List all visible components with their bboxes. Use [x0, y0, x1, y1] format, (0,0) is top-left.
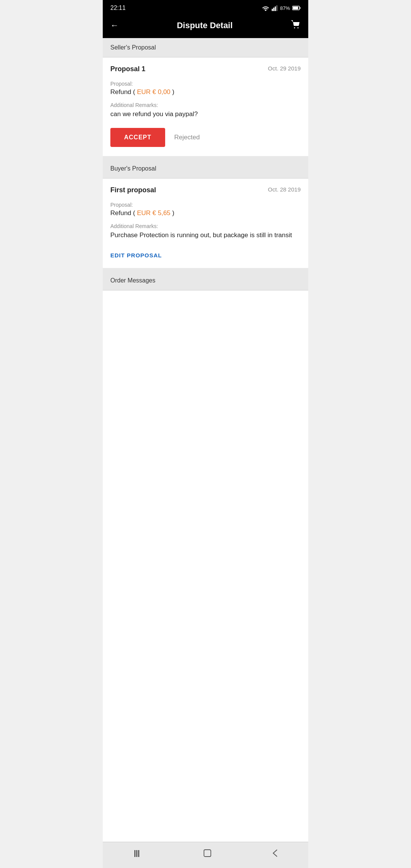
buyers-card-top-row: First proposal Oct. 28 2019 [110, 186, 301, 194]
status-bar: 22:11 87% [103, 0, 308, 14]
sellers-proposal-title: Proposal 1 [110, 65, 145, 73]
back-button[interactable]: ← [110, 21, 119, 30]
svg-rect-6 [293, 7, 298, 10]
nav-bar [103, 842, 308, 868]
svg-rect-10 [136, 850, 137, 857]
order-messages-content [103, 290, 308, 842]
sellers-proposal-amount: EUR € 0,00 [137, 88, 170, 96]
back-nav-button[interactable] [265, 847, 285, 861]
svg-rect-9 [134, 850, 135, 857]
buyers-proposal-amount: EUR € 5,65 [137, 209, 170, 217]
svg-rect-3 [276, 5, 277, 11]
rejected-text: Rejected [174, 134, 200, 141]
battery-percent: 87% [280, 5, 290, 11]
sellers-action-row: ACCEPT Rejected [110, 128, 301, 147]
svg-rect-0 [272, 9, 273, 11]
buyers-proposal-value: Refund ( EUR € 5,65 ) [110, 209, 301, 217]
sellers-proposal-card: Proposal 1 Oct. 29 2019 Proposal: Refund… [103, 57, 308, 156]
edit-proposal-button[interactable]: EDIT PROPOSAL [110, 252, 162, 258]
section-divider-1 [103, 156, 308, 159]
buyers-proposal-label: Proposal: [110, 202, 301, 208]
wifi-icon [262, 5, 269, 11]
page-title: Dispute Detail [177, 21, 233, 30]
svg-rect-11 [138, 850, 139, 857]
buyers-proposal-date: Oct. 28 2019 [268, 186, 301, 193]
svg-rect-12 [204, 850, 211, 857]
accept-button[interactable]: ACCEPT [110, 128, 165, 147]
order-messages-section-header: Order Messages [103, 271, 308, 290]
sellers-card-top-row: Proposal 1 Oct. 29 2019 [110, 65, 301, 73]
sellers-proposal-date: Oct. 29 2019 [268, 65, 301, 72]
sellers-proposal-label: Proposal: [110, 81, 301, 87]
sellers-remarks-label: Additional Remarks: [110, 102, 301, 108]
buyers-remarks-label: Additional Remarks: [110, 223, 301, 229]
svg-point-8 [297, 27, 298, 29]
buyers-remarks-text: Purchase Protection is running out, but … [110, 231, 301, 240]
svg-rect-2 [275, 6, 276, 11]
buyers-proposal-card: First proposal Oct. 28 2019 Proposal: Re… [103, 179, 308, 268]
status-icons: 87% [262, 5, 301, 11]
menu-nav-button[interactable] [126, 848, 150, 861]
svg-rect-5 [300, 7, 301, 9]
status-time: 22:11 [110, 5, 126, 11]
sellers-proposal-value: Refund ( EUR € 0,00 ) [110, 88, 301, 96]
signal-icon [272, 5, 278, 11]
sellers-proposal-section-header: Seller's Proposal [103, 38, 308, 57]
cart-icon[interactable] [291, 20, 301, 31]
home-nav-button[interactable] [196, 847, 219, 861]
buyers-proposal-title: First proposal [110, 186, 156, 194]
section-divider-2 [103, 268, 308, 271]
top-bar: ← Dispute Detail [103, 14, 308, 38]
svg-point-7 [294, 27, 295, 29]
svg-rect-1 [273, 8, 274, 11]
buyers-proposal-section-header: Buyer's Proposal [103, 159, 308, 179]
sellers-remarks-text: can we refund you via paypal? [110, 110, 301, 119]
battery-icon [292, 6, 301, 10]
